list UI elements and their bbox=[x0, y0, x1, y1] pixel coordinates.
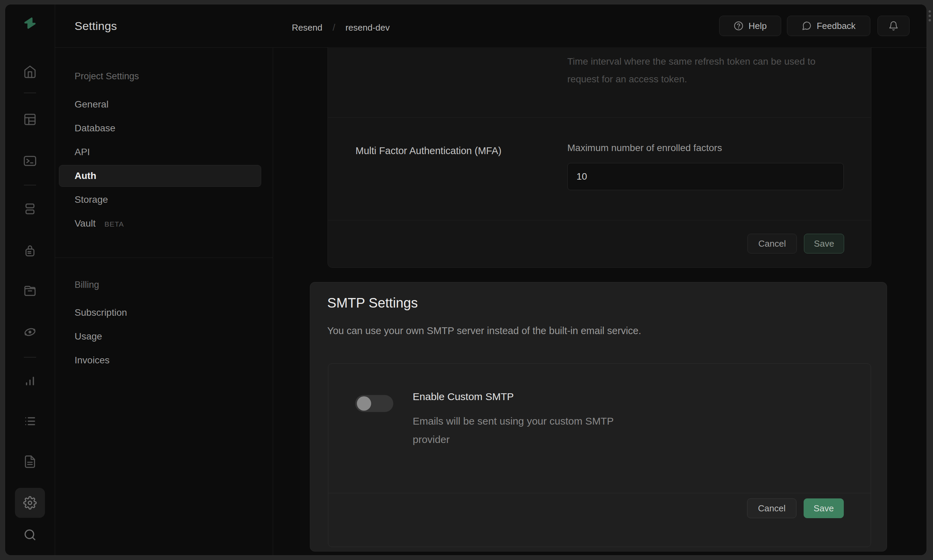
smtp-form-panel: Enable Custom SMTP Emails will be sent u… bbox=[328, 363, 871, 547]
logs-icon[interactable] bbox=[23, 414, 37, 429]
notifications-button[interactable] bbox=[877, 15, 910, 36]
app-window: Settings Resend / resend-dev Help Feedba… bbox=[5, 4, 927, 555]
smtp-cancel-button[interactable]: Cancel bbox=[747, 498, 796, 518]
breadcrumb: Resend / resend-dev bbox=[292, 22, 390, 33]
auth-settings-card: Time interval where the same refresh tok… bbox=[328, 47, 871, 268]
nav-item-vault-label: Vault bbox=[74, 218, 96, 229]
smtp-save-button[interactable]: Save bbox=[803, 498, 844, 518]
docs-icon[interactable] bbox=[23, 454, 37, 469]
sql-editor-icon[interactable] bbox=[23, 154, 37, 168]
breadcrumb-org[interactable]: Resend bbox=[292, 23, 322, 33]
frame-dot bbox=[928, 10, 931, 12]
top-header: Settings Resend / resend-dev Help Feedba… bbox=[55, 5, 927, 48]
mfa-section-label: Multi Factor Authentication (MFA) bbox=[356, 145, 501, 157]
search-icon[interactable] bbox=[23, 527, 37, 542]
feedback-button[interactable]: Feedback bbox=[787, 15, 870, 36]
enable-custom-smtp-label: Enable Custom SMTP bbox=[413, 391, 514, 403]
rail-divider bbox=[24, 185, 36, 185]
beta-badge: BETA bbox=[105, 220, 124, 228]
settings-gear-icon[interactable] bbox=[23, 495, 37, 510]
table-editor-icon[interactable] bbox=[23, 112, 37, 127]
auth-cancel-button[interactable]: Cancel bbox=[748, 234, 797, 254]
nav-section-heading: Billing bbox=[74, 280, 99, 290]
nav-item-subscription[interactable]: Subscription bbox=[74, 306, 127, 320]
settings-nav-panel: Project Settings General Database API Au… bbox=[55, 47, 273, 555]
storage-icon[interactable] bbox=[23, 283, 37, 298]
frame-dot bbox=[928, 19, 931, 22]
nav-item-auth[interactable]: Auth bbox=[74, 169, 96, 183]
icon-sidebar bbox=[5, 5, 55, 555]
database-icon[interactable] bbox=[23, 202, 37, 216]
enable-custom-smtp-toggle[interactable] bbox=[355, 395, 393, 412]
auth-save-button[interactable]: Save bbox=[804, 234, 844, 254]
feedback-bubble-icon bbox=[802, 21, 812, 31]
max-factors-input[interactable] bbox=[567, 163, 844, 190]
help-button[interactable]: Help bbox=[719, 15, 781, 36]
smtp-settings-card: SMTP Settings You can use your own SMTP … bbox=[310, 282, 887, 551]
help-button-label: Help bbox=[748, 21, 766, 31]
home-icon[interactable] bbox=[23, 64, 37, 79]
toggle-knob bbox=[357, 396, 371, 411]
card-divider bbox=[328, 220, 871, 220]
smtp-card-title: SMTP Settings bbox=[327, 295, 418, 311]
nav-item-usage[interactable]: Usage bbox=[74, 330, 102, 343]
nav-divider bbox=[55, 257, 273, 258]
desktop-frame: Settings Resend / resend-dev Help Feedba… bbox=[0, 0, 933, 560]
nav-item-general[interactable]: General bbox=[74, 98, 109, 111]
smtp-card-description: You can use your own SMTP server instead… bbox=[327, 325, 641, 337]
nav-item-vault[interactable]: VaultBETA bbox=[74, 217, 124, 230]
auth-lock-icon[interactable] bbox=[23, 243, 37, 258]
rail-divider bbox=[24, 357, 36, 358]
main-content: Time interval where the same refresh tok… bbox=[273, 47, 927, 555]
bell-icon bbox=[888, 21, 899, 31]
page-title: Settings bbox=[74, 19, 117, 33]
refresh-token-description: Time interval where the same refresh tok… bbox=[567, 53, 843, 88]
nav-item-api[interactable]: API bbox=[74, 145, 90, 159]
nav-item-invoices[interactable]: Invoices bbox=[74, 354, 109, 367]
max-factors-label: Maximum number of enrolled factors bbox=[567, 143, 722, 154]
feedback-button-label: Feedback bbox=[817, 21, 855, 31]
nav-item-database[interactable]: Database bbox=[74, 122, 116, 135]
breadcrumb-project[interactable]: resend-dev bbox=[345, 23, 390, 33]
frame-dot bbox=[928, 15, 931, 17]
panel-divider bbox=[328, 493, 871, 493]
enable-custom-smtp-description: Emails will be sent using your custom SM… bbox=[413, 412, 648, 449]
supabase-logo-icon[interactable] bbox=[23, 15, 37, 31]
help-circle-icon bbox=[734, 21, 744, 31]
nav-item-storage[interactable]: Storage bbox=[74, 193, 108, 206]
card-divider bbox=[328, 117, 871, 118]
reports-icon[interactable] bbox=[23, 373, 37, 388]
breadcrumb-separator: / bbox=[333, 22, 335, 33]
nav-section-heading: Project Settings bbox=[74, 71, 139, 82]
rail-divider bbox=[24, 92, 36, 93]
edge-functions-icon[interactable] bbox=[23, 325, 37, 340]
